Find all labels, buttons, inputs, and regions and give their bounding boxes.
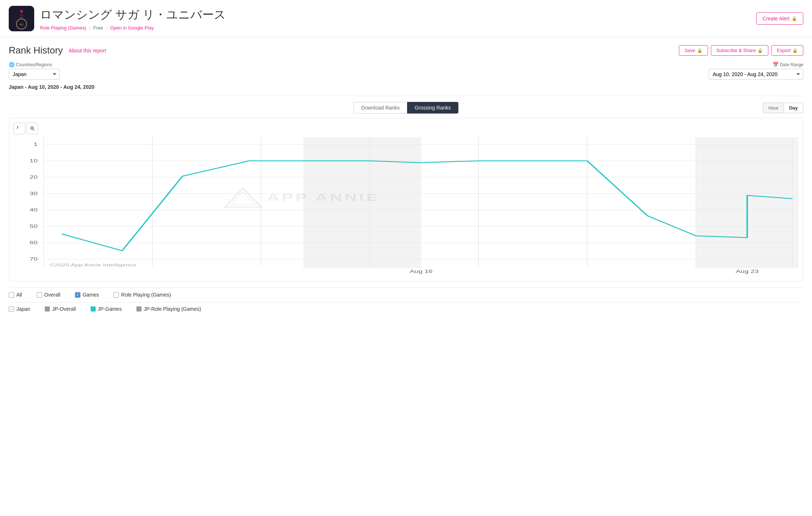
svg-text:60: 60 <box>29 240 37 245</box>
overall-label: Overall <box>44 292 60 298</box>
legend-item-all: All <box>9 292 22 298</box>
subscribe-lock-icon: 🔒 <box>757 48 763 53</box>
day-label: Day <box>789 105 798 111</box>
grossing-ranks-label: Grossing Ranks <box>415 105 451 111</box>
rank-chart: 1 10 20 30 40 50 60 70 Aug 16 Aug 23 APP… <box>13 137 799 275</box>
subscribe-share-button[interactable]: Subscribe & Share 🔒 <box>711 45 768 56</box>
day-button[interactable]: Day <box>784 103 803 113</box>
chart-container: 1 10 20 30 40 50 60 70 Aug 16 Aug 23 APP… <box>9 118 803 281</box>
export-label: Export <box>777 48 791 53</box>
app-title-section: ロマンシング サガ リ・ユニバース Role Playing (Games) |… <box>40 7 751 31</box>
category-row: Japan JP-Overall JP-Games JP-Role Playin… <box>9 302 803 315</box>
svg-text:Aug 23: Aug 23 <box>736 269 759 274</box>
section-divider <box>9 96 803 96</box>
export-lock-icon: 🔒 <box>792 48 798 53</box>
jp-overall-item: JP-Overall <box>45 306 76 312</box>
games-label: Games <box>83 292 99 298</box>
svg-text:周年: 周年 <box>20 16 23 19</box>
chart-svg-wrapper: 1 10 20 30 40 50 60 70 Aug 16 Aug 23 APP… <box>13 137 799 277</box>
chart-zoom-button[interactable] <box>27 123 38 134</box>
svg-text:APP ANNIE: APP ANNIE <box>267 191 380 203</box>
section-header-left: Rank History About this report <box>9 45 106 56</box>
japan-minus-checkbox[interactable] <box>9 306 14 312</box>
svg-text:RS: RS <box>20 23 23 26</box>
chart-reset-button[interactable] <box>13 123 25 134</box>
save-lock-icon: 🔒 <box>697 48 702 53</box>
section-header: Rank History About this report Save 🔒 Su… <box>9 45 803 56</box>
meta-separator-1: | <box>89 25 90 31</box>
all-checkbox[interactable] <box>9 292 14 298</box>
svg-text:©2020 App Annie Intelligence: ©2020 App Annie Intelligence <box>50 263 137 267</box>
chart-controls-row: Download Ranks Grossing Ranks Hour Day <box>9 102 803 114</box>
date-range-label: 📅 Date Range <box>773 62 803 67</box>
region-item: Japan <box>9 306 30 312</box>
filters-row: 🌐 Countries/Regions Japan 📅 Date Range A… <box>9 62 803 80</box>
svg-text:1.5: 1.5 <box>20 14 23 16</box>
overall-checkbox[interactable] <box>37 292 42 298</box>
create-alert-label: Create Alert <box>763 16 789 21</box>
save-button[interactable]: Save 🔒 <box>679 45 708 56</box>
app-meta: Role Playing (Games) | Free | Open in Go… <box>40 25 751 31</box>
role-playing-label: Role Playing (Games) <box>121 292 171 298</box>
svg-text:40: 40 <box>29 207 37 212</box>
jp-games-label: JP-Games <box>98 306 122 312</box>
rank-type-buttons: Download Ranks Grossing Ranks <box>354 102 458 114</box>
svg-text:1: 1 <box>33 142 37 147</box>
app-price: Free <box>93 25 103 31</box>
legend-item-games: Games <box>75 292 99 298</box>
legend-item-overall: Overall <box>37 292 60 298</box>
japan-label: Japan <box>16 306 30 312</box>
jp-games-item: JP-Games <box>91 306 122 312</box>
app-category-link[interactable]: Role Playing (Games) <box>40 25 86 31</box>
country-filter-group: 🌐 Countries/Regions Japan <box>9 62 60 80</box>
hour-label: Hour <box>768 105 779 111</box>
all-label: All <box>16 292 22 298</box>
open-store-link[interactable]: Open in Google Play <box>110 25 154 31</box>
legend-row: All Overall Games Role Playing (Games) <box>9 287 803 302</box>
save-label: Save <box>684 48 695 53</box>
app-header: 祝 1.5 周年 RS ロマンシング サガ リ・ユニバース Role Playi… <box>0 0 812 37</box>
svg-marker-38 <box>225 188 261 207</box>
jp-role-playing-item: JP-Role Playing (Games) <box>136 306 201 312</box>
svg-text:10: 10 <box>29 158 37 163</box>
country-select[interactable]: Japan <box>9 69 60 80</box>
app-icon: 祝 1.5 周年 RS <box>9 6 34 31</box>
svg-text:Aug 16: Aug 16 <box>410 269 433 274</box>
svg-text:30: 30 <box>29 191 37 196</box>
rank-line <box>62 161 793 251</box>
country-filter-label: 🌐 Countries/Regions <box>9 62 60 67</box>
hour-button[interactable]: Hour <box>763 103 784 113</box>
date-range-group: 📅 Date Range Aug 10, 2020 - Aug 24, 2020 <box>709 62 803 80</box>
about-report-link[interactable]: About this report <box>69 48 106 53</box>
svg-text:70: 70 <box>29 257 37 261</box>
grossing-ranks-button[interactable]: Grossing Ranks <box>407 102 459 114</box>
jp-overall-label: JP-Overall <box>52 306 76 312</box>
download-ranks-label: Download Ranks <box>361 105 400 111</box>
date-subtitle: Japan - Aug 10, 2020 - Aug 24, 2020 <box>9 84 803 90</box>
calendar-icon: 📅 <box>773 62 779 67</box>
app-title: ロマンシング サガ リ・ユニバース <box>40 7 751 23</box>
role-playing-checkbox[interactable] <box>114 292 119 298</box>
svg-line-7 <box>33 129 35 131</box>
svg-text:祝: 祝 <box>20 9 23 13</box>
legend-item-role-playing: Role Playing (Games) <box>114 292 171 298</box>
subscribe-share-label: Subscribe & Share <box>716 48 756 53</box>
chart-toolbar <box>13 123 799 134</box>
jp-games-color <box>91 306 96 311</box>
main-content: Rank History About this report Save 🔒 Su… <box>0 37 812 323</box>
header-actions: Save 🔒 Subscribe & Share 🔒 Export 🔒 <box>679 45 803 56</box>
games-checkbox[interactable] <box>75 292 80 298</box>
jp-role-playing-label: JP-Role Playing (Games) <box>144 306 201 312</box>
jp-role-playing-color <box>136 306 142 311</box>
globe-icon: 🌐 <box>9 62 15 67</box>
meta-separator-2: | <box>106 25 107 31</box>
section-title: Rank History <box>9 45 63 56</box>
jp-overall-color <box>45 306 50 311</box>
download-ranks-button[interactable]: Download Ranks <box>354 102 407 114</box>
date-range-select[interactable]: Aug 10, 2020 - Aug 24, 2020 <box>709 69 803 80</box>
svg-text:50: 50 <box>29 224 37 229</box>
create-alert-button[interactable]: Create Alert 🔒 <box>756 12 803 25</box>
export-button[interactable]: Export 🔒 <box>771 45 803 56</box>
lock-icon: 🔒 <box>792 16 797 21</box>
time-period-buttons: Hour Day <box>763 103 803 113</box>
